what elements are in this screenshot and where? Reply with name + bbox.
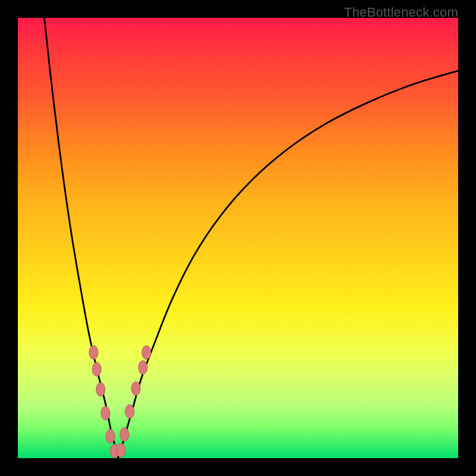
curve-right-branch xyxy=(118,71,458,458)
data-marker xyxy=(106,430,115,443)
data-marker xyxy=(131,382,140,396)
data-marker xyxy=(89,346,98,359)
curve-left-branch xyxy=(44,18,118,458)
data-marker xyxy=(142,346,151,359)
data-markers xyxy=(89,346,151,458)
chart-frame: TheBottleneck.com xyxy=(0,0,476,476)
curve-layer xyxy=(18,18,458,458)
data-marker xyxy=(92,362,101,376)
data-marker xyxy=(120,428,129,441)
data-marker xyxy=(101,406,110,420)
data-marker xyxy=(117,443,126,457)
data-marker xyxy=(139,361,148,374)
data-marker xyxy=(125,405,134,418)
data-marker xyxy=(96,383,105,396)
plot-area xyxy=(18,18,458,458)
attribution-label: TheBottleneck.com xyxy=(344,5,458,20)
